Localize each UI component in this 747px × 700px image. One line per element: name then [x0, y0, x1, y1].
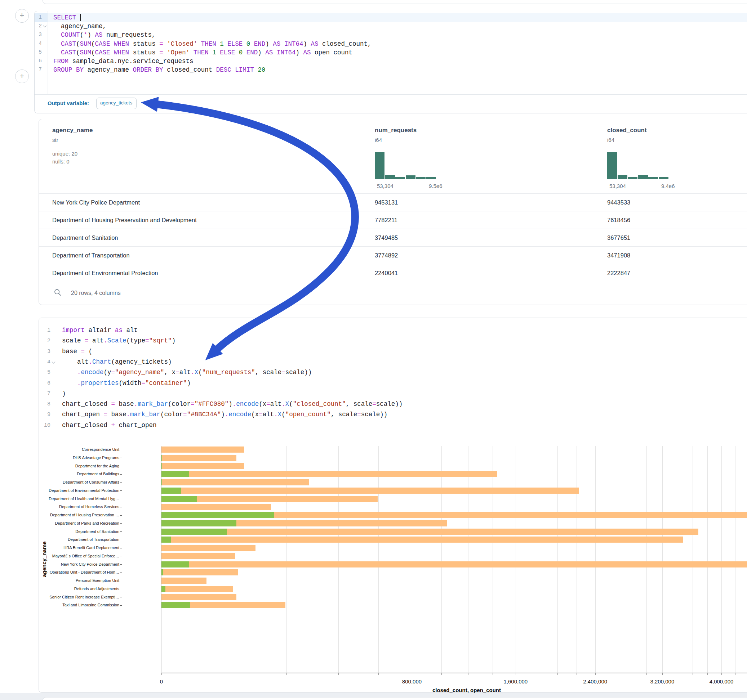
- chart-x-tick: [442, 673, 442, 675]
- code-line: agency_name,: [53, 22, 106, 31]
- output-variable-chip[interactable]: agency_tickets: [96, 98, 136, 109]
- add-cell-button-output[interactable]: +: [15, 69, 29, 83]
- chart-y-tick: [120, 483, 122, 483]
- code-token: status: [129, 40, 159, 48]
- code-token: (y: [104, 369, 111, 376]
- chart-gridline: [442, 446, 442, 673]
- line-number: 6: [35, 57, 42, 66]
- cell-value: 2222847: [607, 270, 630, 276]
- line-number: 3: [39, 346, 50, 357]
- chart-gridline: [595, 446, 596, 673]
- histogram-bar: [375, 152, 384, 179]
- code-token: SELECT: [53, 14, 76, 21]
- search-icon[interactable]: [54, 289, 61, 296]
- code-token: (type: [127, 337, 145, 344]
- code-token: =: [191, 400, 195, 407]
- closed-count-bar: [162, 553, 235, 559]
- chart-x-tick: [537, 673, 537, 675]
- chart-x-tick: [516, 673, 516, 675]
- closed-count-bar: [162, 471, 497, 477]
- code-token: base: [107, 411, 127, 418]
- code-token: ): [62, 390, 66, 397]
- table-row[interactable]: Department of Transportation377489234719…: [39, 246, 747, 264]
- chart-x-tick: [412, 673, 412, 675]
- cell-value: 3471908: [607, 252, 630, 259]
- chart-y-tick: [120, 548, 122, 548]
- line-number: 7: [35, 66, 42, 74]
- code-token: CAST: [61, 40, 76, 48]
- line-number: 2: [39, 336, 50, 346]
- chart-y-tick: [120, 490, 122, 491]
- code-token: [242, 49, 246, 56]
- code-token: =: [357, 411, 361, 418]
- code-token: ): [258, 49, 265, 56]
- code-token: CASE: [95, 49, 110, 56]
- chart-x-tick: [558, 673, 558, 675]
- code-token: base: [62, 348, 81, 355]
- code-token: ELSE: [227, 40, 242, 48]
- open-count-bar: [162, 561, 189, 567]
- code-token: (: [91, 49, 95, 56]
- add-cell-button-top[interactable]: +: [15, 9, 29, 23]
- cell-value: 2240041: [375, 270, 398, 276]
- chart-x-tick: [646, 673, 647, 675]
- code-line: CAST(SUM(CASE WHEN status = 'Open' THEN …: [53, 48, 352, 57]
- code-token: (color: [168, 400, 191, 407]
- code-token: ): [228, 400, 233, 407]
- code-token: .: [134, 400, 138, 407]
- column-stat: unique: 20: [52, 151, 77, 157]
- code-token: [53, 31, 61, 39]
- closed-count-bar: [162, 447, 244, 453]
- chart-x-tick: [613, 673, 613, 675]
- code-token: 1: [212, 49, 216, 56]
- code-line: CAST(SUM(CASE WHEN status = 'Closed' THE…: [53, 39, 371, 48]
- code-token: Scale: [107, 337, 127, 344]
- code-token: [242, 40, 246, 48]
- code-token: AS: [95, 31, 103, 39]
- chart-y-tick: [120, 531, 122, 532]
- code-token: *: [83, 31, 88, 39]
- code-token: closed_count,: [318, 40, 371, 48]
- code-token: WHEN: [114, 40, 129, 48]
- line-number: 7: [39, 389, 50, 399]
- code-token: X: [278, 411, 282, 418]
- line-number: 10: [39, 420, 50, 431]
- table-row[interactable]: Department of Sanitation37494853677651: [39, 229, 747, 247]
- code-token: (: [281, 411, 286, 418]
- code-token: alt: [62, 358, 89, 365]
- cell-agency-name: Department of Sanitation: [52, 234, 118, 241]
- code-token: .: [77, 369, 81, 376]
- chart-gridline: [412, 446, 412, 673]
- chart-y-tick: [120, 458, 122, 458]
- table-row[interactable]: Department of Housing Preservation and D…: [39, 211, 747, 229]
- code-token: scale)): [376, 400, 403, 407]
- fold-chevron-icon[interactable]: [52, 361, 55, 363]
- previous-cell-fragment: [42, 0, 747, 4]
- code-token: properties: [81, 380, 119, 387]
- code-token: AS: [311, 40, 318, 48]
- column-name[interactable]: num_requests: [375, 127, 417, 134]
- chart-y-tick: [120, 573, 122, 573]
- column-name[interactable]: closed_count: [607, 127, 647, 134]
- line-number: 1: [35, 13, 42, 22]
- code-token: =: [111, 369, 115, 376]
- code-token: encode: [236, 400, 259, 407]
- column-name[interactable]: agency_name: [52, 127, 92, 134]
- code-token: , scale: [346, 400, 373, 407]
- plus-icon: +: [20, 11, 24, 20]
- code-token: as: [115, 327, 122, 334]
- histogram-bar: [395, 177, 405, 179]
- chart-y-axis-line: [161, 446, 162, 673]
- code-token: "num_requests": [202, 369, 255, 376]
- code-token: [62, 380, 77, 387]
- cell-agency-name: New York City Police Department: [52, 199, 140, 206]
- table-row[interactable]: Department of Environmental Protection22…: [39, 264, 747, 282]
- closed-count-bar: [162, 529, 699, 535]
- chart-x-tick: [693, 673, 693, 675]
- chart-y-tick: [120, 466, 122, 466]
- open-count-bar: [162, 586, 165, 592]
- table-row[interactable]: New York City Police Department945313194…: [39, 193, 747, 211]
- fold-chevron-icon[interactable]: [44, 24, 47, 27]
- chart-y-tick: [120, 605, 122, 606]
- code-token: LIMIT: [235, 66, 254, 74]
